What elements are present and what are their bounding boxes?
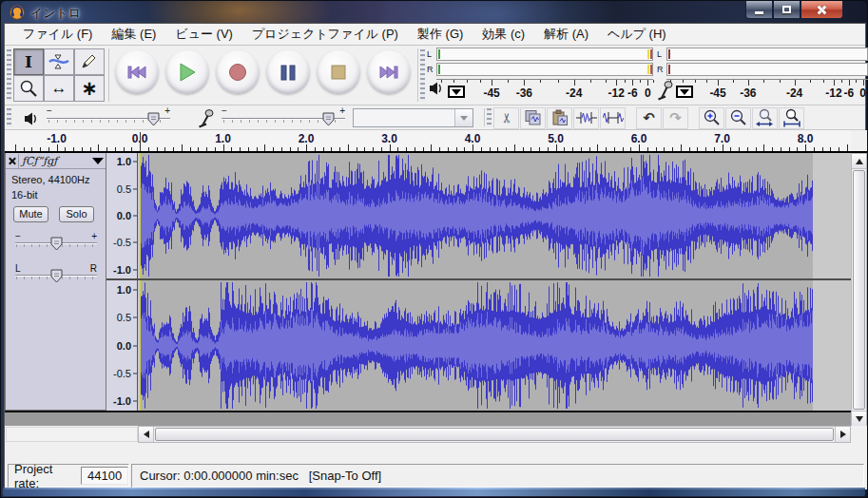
menu-item-2[interactable]: ビュー (V) bbox=[166, 24, 241, 45]
play-button[interactable] bbox=[165, 50, 209, 94]
waveform-right[interactable] bbox=[138, 280, 851, 411]
meter-toolbar-grip[interactable] bbox=[420, 49, 425, 102]
project-rate-value[interactable]: 44100 bbox=[81, 467, 128, 485]
vertical-scrollbar[interactable] bbox=[851, 153, 867, 427]
title-bar[interactable]: イントロ bbox=[1, 1, 867, 23]
minimize-button[interactable] bbox=[745, 1, 773, 19]
timeline-tick bbox=[714, 147, 715, 151]
solo-button[interactable]: Solo bbox=[59, 206, 94, 222]
zoom-in-button[interactable] bbox=[699, 107, 724, 129]
horizontal-scrollbar-thumb[interactable] bbox=[155, 428, 834, 441]
fit-project-button[interactable] bbox=[779, 107, 804, 129]
meter-scale-label: 0 bbox=[859, 86, 866, 100]
skip-to-start-button[interactable] bbox=[115, 50, 159, 94]
mixer-toolbar-grip[interactable] bbox=[7, 108, 11, 127]
timeline-tick bbox=[82, 147, 83, 151]
timeline-tick bbox=[697, 147, 698, 151]
horizontal-scrollbar[interactable] bbox=[138, 426, 851, 443]
menu-item-3[interactable]: プロジェクトファイル (P) bbox=[243, 24, 407, 45]
vruler-tick bbox=[133, 242, 137, 243]
paste-button[interactable] bbox=[547, 107, 572, 129]
waveform-left[interactable] bbox=[138, 153, 851, 278]
recording-meter[interactable]: L R -45-36-24-12-60 bbox=[657, 48, 868, 103]
menu-item-0[interactable]: ファイル (F) bbox=[14, 24, 101, 45]
playback-meter-bar-right[interactable] bbox=[436, 63, 653, 76]
close-button[interactable] bbox=[800, 1, 843, 19]
timeline-tick bbox=[381, 147, 382, 151]
timeline-tick bbox=[672, 147, 673, 151]
timeline-tick bbox=[348, 144, 349, 151]
draw-tool-button[interactable] bbox=[74, 48, 105, 75]
timeshift-tool-button[interactable]: ↔ bbox=[44, 75, 74, 102]
track-header[interactable]: ƒCƒ“ƒgƒ bbox=[6, 153, 106, 169]
scroll-left-button[interactable] bbox=[139, 427, 154, 442]
recording-meter-bar-left[interactable] bbox=[666, 48, 868, 61]
timeline-tick bbox=[789, 147, 790, 151]
zoom-tool-button[interactable] bbox=[13, 75, 44, 102]
tools-toolbar-grip[interactable] bbox=[7, 49, 11, 102]
playback-meter-bar-left[interactable] bbox=[436, 48, 653, 61]
vertical-scrollbar-thumb[interactable] bbox=[853, 170, 865, 410]
combobox-dropdown-icon[interactable] bbox=[454, 109, 473, 126]
playback-meter[interactable]: L R -45-36-24-12-60 bbox=[427, 48, 653, 103]
cut-button[interactable]: ✂ bbox=[493, 107, 519, 129]
menu-item-6[interactable]: 解析 (A) bbox=[535, 24, 597, 45]
meter-scale-label: 0 bbox=[645, 86, 651, 100]
volume-slider-thumb[interactable] bbox=[147, 112, 160, 126]
pan-slider-thumb[interactable] bbox=[50, 269, 63, 283]
trim-outside-selection-button[interactable] bbox=[573, 107, 599, 129]
zoom-out-button[interactable] bbox=[725, 107, 751, 129]
input-slider-thumb[interactable] bbox=[322, 112, 335, 126]
multi-tool-button[interactable]: ∗ bbox=[74, 75, 105, 102]
silence-selection-button[interactable] bbox=[600, 107, 626, 129]
pan-slider[interactable]: L R bbox=[15, 265, 97, 284]
stop-button[interactable] bbox=[317, 50, 360, 94]
timeline-tick bbox=[664, 147, 665, 151]
skip-to-end-button[interactable] bbox=[367, 50, 411, 94]
vertical-ruler-left[interactable]: 1.00.50.0-0.5-1.0 bbox=[106, 153, 138, 278]
scroll-up-button[interactable] bbox=[852, 154, 866, 169]
menu-item-7[interactable]: ヘルプ (H) bbox=[599, 24, 675, 45]
timeline-ruler[interactable]: -1.00.01.02.03.04.05.06.07.08.0 bbox=[5, 130, 851, 153]
vertical-ruler-right[interactable]: 1.00.50.0-0.5-1.0 bbox=[106, 280, 138, 411]
pause-icon bbox=[280, 65, 296, 81]
redo-button[interactable]: ↷ bbox=[663, 107, 688, 129]
ruler-corner bbox=[851, 130, 867, 153]
track-menu-dropdown[interactable] bbox=[90, 158, 106, 164]
envelope-tool-button[interactable] bbox=[44, 48, 74, 75]
playback-cursor bbox=[140, 132, 141, 151]
edit-toolbar: ✂ ↶ ↷ bbox=[493, 106, 805, 129]
edit-toolbar-grip[interactable] bbox=[487, 108, 492, 127]
vruler-tick bbox=[133, 401, 137, 402]
selection-tool-button[interactable]: I bbox=[13, 48, 44, 75]
menu-item-1[interactable]: 編集 (E) bbox=[103, 24, 164, 45]
waveform-canvas-left[interactable] bbox=[140, 153, 813, 278]
input-device-combobox[interactable] bbox=[353, 108, 473, 127]
maximize-icon bbox=[782, 6, 791, 13]
channel-right: 1.00.50.0-0.5-1.0 bbox=[106, 280, 851, 411]
zoom-out-icon bbox=[729, 108, 748, 127]
menu-item-5[interactable]: 効果 (c) bbox=[473, 24, 533, 45]
menu-item-4[interactable]: 製作 (G) bbox=[409, 24, 472, 45]
timeline-tick bbox=[705, 147, 706, 151]
fit-selection-button[interactable] bbox=[752, 107, 778, 129]
undo-button[interactable]: ↶ bbox=[636, 107, 662, 129]
record-button[interactable] bbox=[216, 50, 260, 94]
pause-button[interactable] bbox=[266, 50, 310, 94]
recording-meter-bar-right[interactable] bbox=[666, 63, 868, 76]
track-control-panel[interactable]: ƒCƒ“ƒgƒ Stereo, 44100Hz 16-bit Mute Solo… bbox=[5, 153, 106, 411]
input-volume-slider[interactable]: − + bbox=[222, 111, 345, 126]
copy-button[interactable] bbox=[520, 107, 546, 129]
mute-button[interactable]: Mute bbox=[13, 206, 48, 222]
track-name[interactable]: ƒCƒ“ƒgƒ bbox=[19, 155, 90, 167]
gain-slider-thumb[interactable] bbox=[50, 237, 63, 251]
scroll-down-button[interactable] bbox=[852, 411, 866, 426]
output-volume-slider[interactable]: − + bbox=[47, 111, 170, 126]
waveform-canvas-right[interactable] bbox=[140, 280, 813, 411]
vruler-label: 1.0 bbox=[117, 156, 131, 167]
maximize-button[interactable] bbox=[773, 1, 800, 19]
timeline-tick bbox=[331, 147, 332, 151]
track-close-button[interactable] bbox=[6, 154, 19, 168]
scroll-right-button[interactable] bbox=[835, 427, 850, 442]
gain-slider[interactable]: − + bbox=[15, 233, 97, 252]
